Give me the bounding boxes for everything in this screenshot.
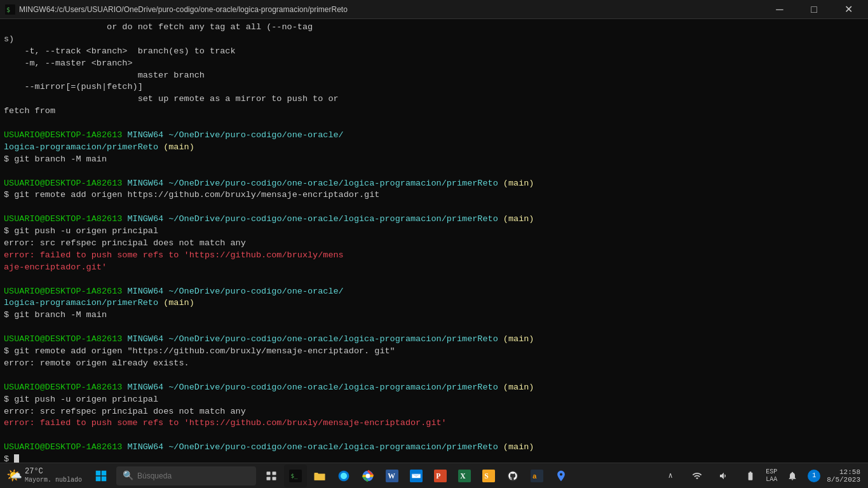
terminal-line: fetch from <box>4 105 864 118</box>
svg-text:P: P <box>436 472 440 480</box>
terminal-line: error: failed to push some refs to 'http… <box>4 250 864 262</box>
terminal-line: USUARIO@DESKTOP-1A82613 MINGW64 ~/OneDri… <box>4 214 864 226</box>
app-icon-orange[interactable]: S <box>477 464 500 487</box>
search-bar[interactable]: 🔍 <box>116 466 256 485</box>
weather-icon: 🌤️ <box>6 468 22 484</box>
time-display: 12:58 <box>839 468 860 476</box>
terminal-line: $ git push -u origen principal <box>4 226 864 238</box>
weather-widget: 🌤️ 27°C Mayorm. nublado <box>3 467 86 484</box>
terminal-line: $ git remote add origen "https://github.… <box>4 346 864 358</box>
network-icon[interactable] <box>686 464 709 487</box>
maps-icon[interactable] <box>550 464 573 487</box>
terminal-line: s) <box>4 34 864 46</box>
amazon-icon[interactable]: a <box>526 464 548 487</box>
terminal-line: $ git branch -M main <box>4 154 864 166</box>
search-input[interactable] <box>137 471 250 480</box>
notification-icon[interactable] <box>781 464 804 487</box>
svg-text:a: a <box>532 472 537 480</box>
explorer-icon[interactable] <box>308 464 331 487</box>
notification-badge: 1 <box>808 470 820 482</box>
terminal-line: set up remote as a mirror to push to or <box>4 93 864 105</box>
terminal-line: logica-programacion/primerReto (main) <box>4 297 864 309</box>
terminal-line: $ git remote add origen https://github.c… <box>4 189 864 201</box>
terminal-line: or do not fetch any tag at all (--no-tag <box>4 22 864 34</box>
terminal-line: USUARIO@DESKTOP-1A82613 MINGW64 ~/OneDri… <box>4 442 864 454</box>
temperature: 27°C <box>25 467 82 476</box>
window-controls: ─ □ ✕ <box>765 0 863 19</box>
terminal-line <box>4 430 864 442</box>
maximize-button[interactable]: □ <box>799 0 829 19</box>
svg-point-14 <box>366 473 370 478</box>
weather-desc: Mayorm. nublado <box>25 477 82 484</box>
terminal-line: $ git branch -M main <box>4 309 864 322</box>
app-icon: $ <box>5 4 15 15</box>
minimize-button[interactable]: ─ <box>765 0 794 19</box>
word-icon[interactable]: W <box>381 464 403 487</box>
taskbar: 🌤️ 27°C Mayorm. nublado 🔍 $_ <box>0 463 868 488</box>
titlebar-title: MINGW64:/c/Users/USUARIO/OneDrive/puro-c… <box>19 5 348 14</box>
volume-icon[interactable] <box>712 464 735 487</box>
date-display: 8/5/2023 <box>827 476 860 484</box>
terminal-line: -t, --track <branch> branch(es) to track <box>4 46 864 58</box>
terminal-line <box>4 322 864 334</box>
clock[interactable]: 12:58 8/5/2023 <box>824 468 863 484</box>
battery-icon[interactable] <box>739 464 762 487</box>
terminal-line: USUARIO@DESKTOP-1A82613 MINGW64 ~/OneDri… <box>4 286 864 298</box>
terminal-line <box>4 370 864 382</box>
excel-icon[interactable]: X <box>453 464 476 487</box>
terminal-line: USUARIO@DESKTOP-1A82613 MINGW64 ~/OneDri… <box>4 334 864 346</box>
taskview-button[interactable] <box>260 464 283 487</box>
terminal-line: error: src refspec principal does not ma… <box>4 406 864 418</box>
start-button[interactable] <box>90 464 112 487</box>
powerpoint-icon[interactable]: P <box>429 464 452 487</box>
language-indicator[interactable]: ESP LAA <box>766 468 777 484</box>
terminal-line: aje-encriptador.git' <box>4 262 864 274</box>
tray-expand-icon[interactable]: ∧ <box>659 464 682 487</box>
terminal-line: $ git push -u origen principal <box>4 394 864 406</box>
terminal-taskbar-icon[interactable]: $_ <box>284 464 307 487</box>
terminal-window[interactable]: or do not fetch any tag at all (--no-tag… <box>0 19 868 463</box>
system-tray: ∧ ESP LAA 1 12:58 8/5/2023 <box>659 464 865 487</box>
svg-rect-5 <box>102 476 107 481</box>
svg-rect-9 <box>273 477 276 480</box>
svg-text:W: W <box>388 472 395 480</box>
mail-icon[interactable] <box>405 464 428 487</box>
terminal-line: USUARIO@DESKTOP-1A82613 MINGW64 ~/OneDri… <box>4 178 864 190</box>
terminal-line: -m, --master <branch> <box>4 58 864 70</box>
terminal-line <box>4 274 864 286</box>
svg-rect-3 <box>102 470 107 475</box>
svg-rect-4 <box>96 476 101 481</box>
terminal-line <box>4 118 864 130</box>
terminal-line: USUARIO@DESKTOP-1A82613 MINGW64 ~/OneDri… <box>4 382 864 394</box>
svg-text:X: X <box>460 472 466 480</box>
windows-logo-icon <box>95 470 107 482</box>
taskbar-apps: $_ W P X <box>260 464 573 487</box>
lang-code: ESP <box>766 468 777 476</box>
lang-variant: LAA <box>766 476 777 484</box>
terminal-line: error: remote origen already exists. <box>4 358 864 370</box>
svg-rect-2 <box>96 470 101 475</box>
terminal-line: $ <box>4 454 864 463</box>
terminal-line: --mirror[=(push|fetch)] <box>4 81 864 93</box>
titlebar: $ MINGW64:/c/Users/USUARIO/OneDrive/puro… <box>0 0 868 19</box>
terminal-line: USUARIO@DESKTOP-1A82613 MINGW64 ~/OneDri… <box>4 130 864 142</box>
chrome-icon[interactable] <box>356 464 379 487</box>
terminal-line: error: src refspec principal does not ma… <box>4 238 864 250</box>
svg-rect-6 <box>267 471 271 475</box>
terminal-line: logica-programacion/primerReto (main) <box>4 142 864 154</box>
svg-text:$: $ <box>6 6 10 13</box>
close-button[interactable]: ✕ <box>834 0 863 19</box>
edge-icon[interactable] <box>332 464 355 487</box>
svg-rect-7 <box>273 471 276 475</box>
terminal-line <box>4 166 864 178</box>
svg-text:$_: $_ <box>291 472 299 479</box>
svg-text:S: S <box>484 472 488 480</box>
search-icon: 🔍 <box>123 470 133 481</box>
terminal-line: master branch <box>4 70 864 82</box>
terminal-line: error: failed to push some refs to 'http… <box>4 417 864 430</box>
github-icon[interactable] <box>501 464 524 487</box>
svg-rect-8 <box>267 477 271 480</box>
terminal-line <box>4 201 864 214</box>
